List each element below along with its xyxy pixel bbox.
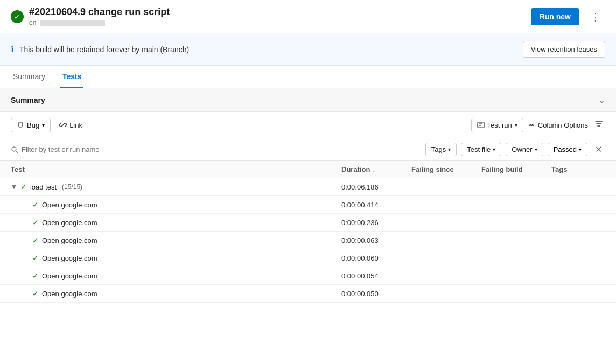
test-run-chevron-icon: ▾ [515, 122, 517, 128]
filter-icon [594, 120, 603, 128]
clear-filter-button[interactable]: ✕ [592, 143, 605, 156]
build-sub: on [29, 19, 170, 26]
col-header-tags: Tags [551, 165, 605, 173]
col-header-failing-since: Failing since [411, 165, 481, 173]
test-file-label: Test file [467, 145, 491, 153]
info-bar: ℹ This build will be retained forever by… [0, 33, 616, 66]
column-options-label: Column Options [538, 121, 588, 129]
table-row: ✓ Open google.com 0:00:00.054 [0, 267, 616, 285]
bug-chevron-icon: ▾ [42, 122, 45, 128]
filter-button[interactable] [592, 117, 605, 132]
svg-rect-6 [478, 122, 484, 128]
duration-sort-icon[interactable]: ↓ [372, 166, 375, 173]
search-icon [11, 146, 18, 153]
more-icon: ⋮ [590, 11, 601, 23]
duration-cell: 0:00:00.236 [341, 219, 411, 227]
col-header-failing-build: Failing build [481, 165, 551, 173]
duration-cell: 0:00:06.186 [341, 183, 411, 191]
svg-line-5 [62, 124, 64, 126]
toolbar-left: Bug ▾ Link [11, 118, 82, 132]
tags-chevron-icon: ▾ [448, 146, 451, 152]
summary-label: Summary [11, 96, 45, 104]
view-retention-leases-button[interactable]: View retention leases [523, 41, 605, 58]
pass-icon: ✓ [32, 218, 39, 227]
table-row: ✓ Open google.com 0:00:00.414 [0, 196, 616, 214]
col-header-test: Test [11, 165, 341, 173]
svg-line-13 [16, 151, 18, 152]
owner-chevron-icon: ▾ [535, 146, 537, 152]
test-run-button[interactable]: Test run ▾ [471, 118, 523, 132]
test-name-cell: ✓ Open google.com [32, 289, 341, 298]
duration-cell: 0:00:00.063 [341, 236, 411, 244]
test-run-icon [477, 121, 485, 129]
summary-section[interactable]: Summary ⌄ [0, 88, 616, 112]
clear-icon: ✕ [595, 145, 602, 154]
column-options-icon [528, 121, 535, 129]
tab-summary[interactable]: Summary [11, 66, 47, 88]
test-name-cell: ✓ Open google.com [32, 271, 341, 280]
table-body: ▼ ✓ load test (15/15) 0:00:06.186 ✓ Open… [0, 178, 616, 303]
run-new-button[interactable]: Run new [531, 8, 579, 25]
info-bar-left: ℹ This build will be retained forever by… [11, 44, 189, 54]
test-name: Open google.com [42, 272, 97, 280]
test-name-cell: ✓ Open google.com [32, 218, 341, 227]
svg-point-11 [532, 124, 534, 126]
toolbar: Bug ▾ Link Test run ▾ [0, 112, 616, 138]
pass-icon: ✓ [32, 271, 39, 280]
duration-cell: 0:00:00.060 [341, 254, 411, 262]
col-header-duration: Duration ↓ [341, 165, 411, 173]
table-row: ✓ Open google.com 0:00:00.060 [0, 249, 616, 267]
tab-tests[interactable]: Tests [60, 66, 84, 88]
branch-name [40, 20, 105, 26]
test-name-cell: ✓ Open google.com [32, 236, 341, 244]
expand-chevron-icon[interactable]: ▼ [11, 183, 17, 191]
filter-input[interactable] [22, 145, 419, 153]
duration-cell: 0:00:00.050 [341, 290, 411, 298]
table-row: ▼ ✓ load test (15/15) 0:00:06.186 [0, 178, 616, 196]
bug-icon [17, 121, 24, 129]
header-right: Run new ⋮ [531, 8, 605, 25]
on-label: on [29, 19, 36, 26]
passed-label: Passed [554, 145, 577, 153]
table-row: ✓ Open google.com 0:00:00.063 [0, 232, 616, 249]
duration-cell: 0:00:00.054 [341, 272, 411, 280]
test-name: Open google.com [42, 236, 97, 244]
test-run-label: Test run [487, 121, 512, 129]
table-header: Test Duration ↓ Failing since Failing bu… [0, 161, 616, 178]
test-name-cell: ✓ Open google.com [32, 200, 341, 209]
test-name: Open google.com [42, 201, 97, 209]
link-button[interactable]: Link [59, 121, 82, 129]
test-name: Open google.com [42, 290, 97, 298]
bug-label: Bug [27, 121, 39, 129]
toolbar-right: Test run ▾ Column Options [471, 117, 605, 132]
pass-icon: ✓ [32, 236, 39, 244]
svg-point-12 [12, 147, 16, 151]
test-name-cell: ▼ ✓ load test (15/15) [11, 183, 341, 191]
pass-icon: ✓ [20, 183, 27, 191]
duration-cell: 0:00:00.414 [341, 201, 411, 209]
svg-rect-0 [19, 122, 22, 127]
tags-label: Tags [431, 145, 446, 153]
test-name-cell: ✓ Open google.com [32, 254, 341, 262]
owner-label: Owner [512, 145, 532, 153]
owner-chip[interactable]: Owner ▾ [506, 143, 543, 156]
passed-chip[interactable]: Passed ▾ [548, 143, 587, 156]
more-button[interactable]: ⋮ [586, 8, 605, 25]
column-options-button[interactable]: Column Options [528, 121, 588, 129]
pass-icon: ✓ [32, 200, 39, 209]
test-file-chip[interactable]: Test file ▾ [461, 143, 501, 156]
pass-icon: ✓ [32, 254, 39, 262]
test-name: Open google.com [42, 219, 97, 227]
tags-chip[interactable]: Tags ▾ [425, 143, 457, 156]
summary-chevron-icon: ⌄ [598, 95, 605, 105]
header-left: ✓ #20210604.9 change run script on [11, 6, 170, 26]
test-name: Open google.com [42, 254, 97, 262]
header: ✓ #20210604.9 change run script on Run n… [0, 0, 616, 33]
bug-button[interactable]: Bug ▾ [11, 118, 51, 132]
table-row: ✓ Open google.com 0:00:00.050 [0, 285, 616, 303]
test-name: load test [30, 183, 57, 191]
retention-message: This build will be retained forever by m… [19, 45, 189, 54]
success-icon: ✓ [11, 10, 24, 23]
passed-chevron-icon: ▾ [579, 146, 582, 152]
test-count: (15/15) [62, 183, 82, 191]
